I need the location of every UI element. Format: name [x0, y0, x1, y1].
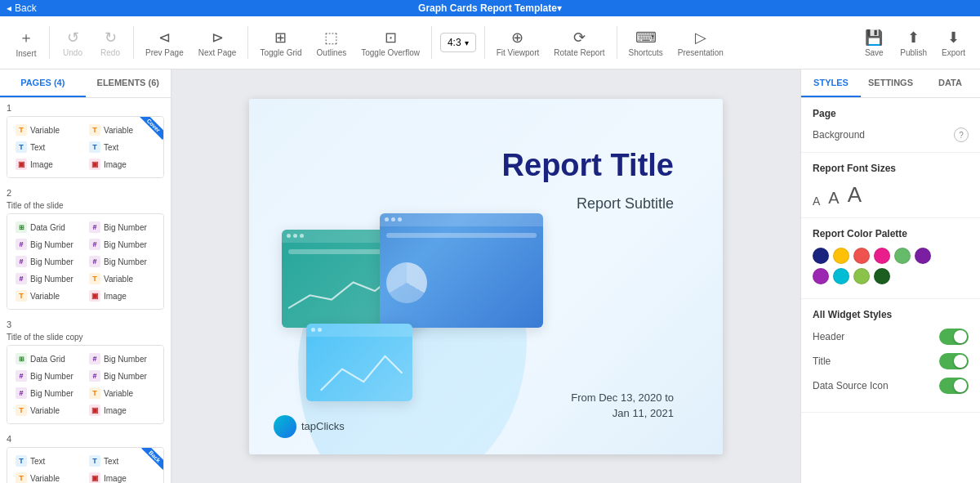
- tab-elements[interactable]: ELEMENTS (6): [86, 69, 172, 97]
- color-swatch[interactable]: [853, 248, 870, 264]
- page-4-thumbnail[interactable]: T Text T Text T Variable ▣ Image: [7, 447, 164, 483]
- title-dropdown-icon[interactable]: ▾: [557, 2, 562, 14]
- list-item[interactable]: T Variable: [86, 271, 158, 287]
- page-2-thumbnail[interactable]: ⊞ Data Grid # Big Number # Big Number # …: [7, 213, 164, 310]
- save-button[interactable]: 💾 Save: [856, 24, 892, 62]
- text-icon: T: [16, 141, 27, 153]
- undo-button[interactable]: ↺ Undo: [55, 24, 91, 62]
- browser-window-3: [306, 324, 412, 401]
- item-label: Variable: [104, 275, 133, 284]
- color-swatch[interactable]: [813, 268, 829, 284]
- outlines-button[interactable]: ⬚ Outlines: [310, 24, 354, 62]
- tab-data[interactable]: DATA: [920, 69, 980, 97]
- color-swatch[interactable]: [853, 268, 870, 284]
- tab-settings[interactable]: SETTINGS: [861, 69, 920, 97]
- toggle-grid-button[interactable]: ⊞ Toggle Grid: [253, 24, 308, 62]
- tab-pages[interactable]: PAGES (4): [0, 69, 86, 97]
- back-label: Back: [15, 2, 37, 14]
- font-size-small[interactable]: A: [813, 195, 820, 208]
- color-swatch[interactable]: [813, 248, 829, 264]
- item-label: Big Number: [30, 372, 74, 381]
- font-size-medium[interactable]: A: [828, 189, 839, 208]
- list-item[interactable]: ▣ Image: [86, 402, 158, 418]
- list-item[interactable]: # Big Number: [86, 219, 158, 235]
- color-swatch[interactable]: [833, 268, 849, 284]
- list-item[interactable]: # Big Number: [86, 236, 158, 253]
- header-toggle[interactable]: [939, 329, 969, 345]
- page-3-section: 3 Title of the slide copy ⊞ Data Grid # …: [0, 315, 171, 429]
- page-3-thumbnail[interactable]: ⊞ Data Grid # Big Number # Big Number # …: [7, 345, 164, 424]
- page-1-thumbnail[interactable]: T Variable T Variable T Text T Text: [7, 116, 164, 178]
- export-button[interactable]: ⬇ Export: [935, 24, 972, 62]
- prev-page-button[interactable]: ⊲ Prev Page: [139, 24, 190, 62]
- font-sizes-control: A A A: [813, 182, 969, 208]
- list-item[interactable]: # Big Number: [86, 253, 158, 270]
- next-page-button[interactable]: ⊳ Next Page: [192, 24, 243, 62]
- list-item[interactable]: T Text: [12, 139, 85, 155]
- item-label: Variable: [30, 474, 60, 483]
- list-item[interactable]: ▣ Image: [12, 156, 85, 172]
- list-item[interactable]: # Big Number: [12, 236, 85, 253]
- list-item[interactable]: # Big Number: [12, 368, 85, 384]
- variable-icon: T: [16, 405, 27, 416]
- list-item[interactable]: # Big Number: [86, 351, 158, 367]
- image-icon: ▣: [89, 472, 100, 483]
- variable-icon: T: [89, 273, 100, 284]
- help-icon[interactable]: ?: [954, 127, 969, 142]
- list-item[interactable]: T Variable: [12, 122, 85, 138]
- format-button[interactable]: 4:3 ▾: [440, 33, 476, 52]
- list-item[interactable]: ⊞ Data Grid: [12, 351, 85, 367]
- toggle-overflow-icon: ⊡: [385, 29, 397, 47]
- list-item[interactable]: # Big Number: [86, 368, 158, 384]
- color-swatch[interactable]: [915, 248, 931, 264]
- export-label: Export: [942, 48, 965, 57]
- color-swatch[interactable]: [874, 248, 890, 264]
- list-item[interactable]: T Variable: [12, 470, 85, 483]
- undo-icon: ↺: [67, 29, 79, 47]
- list-item[interactable]: ▣ Image: [86, 288, 158, 304]
- data-source-icon-row: Data Source Icon: [813, 378, 969, 394]
- item-label: Variable: [104, 126, 133, 135]
- title-toggle[interactable]: [939, 353, 969, 369]
- publish-button[interactable]: ⬆ Publish: [893, 24, 933, 62]
- bignumber-icon: #: [89, 221, 100, 233]
- fit-viewport-button[interactable]: ⊕ Fit Viewport: [490, 24, 546, 62]
- list-item[interactable]: # Big Number: [12, 271, 85, 287]
- text-icon: T: [89, 455, 100, 467]
- list-item[interactable]: T Variable: [86, 385, 158, 401]
- slide-canvas[interactable]: Report Title Report Subtitle From Dec 13…: [249, 99, 723, 454]
- tab-styles[interactable]: STYLES: [801, 69, 861, 97]
- back-button[interactable]: ◂ Back: [7, 2, 37, 14]
- toggle-overflow-button[interactable]: ⊡ Toggle Overflow: [354, 24, 426, 62]
- variable-icon: T: [16, 290, 27, 302]
- data-source-icon-toggle[interactable]: [939, 378, 969, 394]
- list-item[interactable]: T Variable: [12, 402, 85, 418]
- insert-button[interactable]: ＋ Insert: [8, 23, 44, 63]
- font-size-large[interactable]: A: [848, 182, 862, 208]
- rotate-report-button[interactable]: ⟳ Rotate Report: [547, 24, 611, 62]
- color-swatch[interactable]: [833, 248, 849, 264]
- header-style-row: Header: [813, 329, 969, 345]
- toolbar-divider-3: [247, 26, 248, 59]
- browser-dot: [385, 217, 389, 221]
- list-item[interactable]: # Big Number: [12, 253, 85, 270]
- background-label: Background: [813, 129, 865, 141]
- cover-badge: [137, 117, 163, 143]
- list-item[interactable]: T Variable: [12, 288, 85, 304]
- item-label: Big Number: [30, 257, 74, 266]
- bignumber-icon: #: [16, 370, 27, 382]
- color-swatch[interactable]: [894, 248, 911, 264]
- list-item[interactable]: T Text: [12, 453, 85, 469]
- color-swatch[interactable]: [874, 268, 890, 284]
- list-item[interactable]: ▣ Image: [86, 156, 158, 172]
- redo-button[interactable]: ↻ Redo: [92, 24, 128, 62]
- shortcuts-button[interactable]: ⌨ Shortcuts: [622, 24, 670, 62]
- presentation-button[interactable]: ▷ Presentation: [671, 24, 730, 62]
- list-item[interactable]: # Big Number: [12, 385, 85, 401]
- list-item[interactable]: ⊞ Data Grid: [12, 219, 85, 235]
- toolbar: ＋ Insert ↺ Undo ↻ Redo ⊲ Prev Page ⊳ Nex…: [0, 16, 980, 69]
- variable-icon: T: [89, 387, 100, 399]
- browser-windows: [282, 213, 543, 401]
- rotate-report-label: Rotate Report: [554, 48, 604, 57]
- toolbar-divider-2: [133, 26, 134, 59]
